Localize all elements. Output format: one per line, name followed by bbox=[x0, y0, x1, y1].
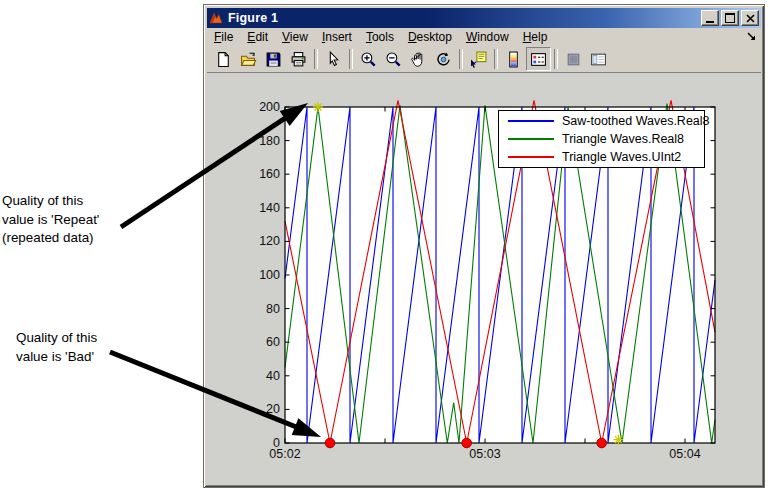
show-plot-tools-button[interactable] bbox=[586, 47, 611, 71]
svg-text:60: 60 bbox=[266, 335, 280, 349]
menu-item-help[interactable]: Help bbox=[516, 28, 555, 46]
data-cursor-button[interactable] bbox=[466, 47, 491, 71]
zoom-in-icon bbox=[360, 51, 377, 68]
open-folder-icon bbox=[240, 51, 257, 68]
edit-plot-button[interactable] bbox=[321, 47, 346, 71]
figure-canvas: 05:0205:0305:040204060801001201401601802… bbox=[207, 73, 761, 484]
save-figure-button[interactable] bbox=[261, 47, 286, 71]
zoom-out-button[interactable] bbox=[381, 47, 406, 71]
menu-item-view[interactable]: View bbox=[275, 28, 315, 46]
svg-text:180: 180 bbox=[259, 134, 280, 148]
legend[interactable]: Saw-toothed Waves.Real8Triangle Waves.Re… bbox=[498, 110, 705, 168]
hide-plot-tools-icon bbox=[565, 51, 582, 68]
toolbar bbox=[207, 46, 761, 73]
menu-item-tools[interactable]: Tools bbox=[359, 28, 401, 46]
save-floppy-icon bbox=[265, 51, 282, 68]
pan-button[interactable] bbox=[406, 47, 431, 71]
hide-plot-tools-button[interactable] bbox=[561, 47, 586, 71]
legend-icon bbox=[530, 51, 547, 68]
legend-label: Triangle Waves.Real8 bbox=[562, 132, 684, 146]
legend-label: Triangle Waves.UInt2 bbox=[562, 150, 681, 164]
svg-text:100: 100 bbox=[259, 268, 280, 282]
close-icon bbox=[745, 13, 756, 24]
menu-item-edit[interactable]: Edit bbox=[240, 28, 275, 46]
maximize-button[interactable] bbox=[721, 10, 739, 26]
rotate-3d-icon bbox=[435, 51, 452, 68]
annotation-repeat-note: Quality of thisvalue is 'Repeat'(repeate… bbox=[2, 192, 122, 248]
note-line: Quality of this bbox=[16, 329, 116, 348]
print-figure-button[interactable] bbox=[286, 47, 311, 71]
svg-text:20: 20 bbox=[266, 402, 280, 416]
colorbar-icon bbox=[505, 51, 522, 68]
svg-text:05:04: 05:04 bbox=[669, 447, 700, 461]
pan-hand-icon bbox=[410, 51, 427, 68]
new-figure-button[interactable] bbox=[211, 47, 236, 71]
note-line: value is 'Repeat' bbox=[2, 211, 122, 230]
figure-window: Figure 1 FileEditViewInsertToolsDesktopW… bbox=[203, 4, 765, 488]
insert-legend-button[interactable] bbox=[526, 47, 551, 71]
zoom-out-icon bbox=[385, 51, 402, 68]
printer-icon bbox=[290, 51, 307, 68]
close-button[interactable] bbox=[741, 10, 759, 26]
open-file-button[interactable] bbox=[236, 47, 261, 71]
insert-colorbar-button[interactable] bbox=[501, 47, 526, 71]
legend-line-sample bbox=[508, 120, 554, 122]
menu-item-desktop[interactable]: Desktop bbox=[401, 28, 459, 46]
rotate-3d-button[interactable] bbox=[431, 47, 456, 71]
minimize-button[interactable] bbox=[701, 10, 719, 26]
matlab-icon bbox=[209, 10, 225, 26]
svg-text:40: 40 bbox=[266, 369, 280, 383]
menu-item-window[interactable]: Window bbox=[459, 28, 516, 46]
title-bar[interactable]: Figure 1 bbox=[207, 8, 761, 28]
window-title: Figure 1 bbox=[228, 11, 278, 25]
toolbar-separator bbox=[554, 49, 558, 69]
data-cursor-icon bbox=[470, 51, 487, 68]
plot-tools-icon bbox=[590, 51, 607, 68]
svg-text:160: 160 bbox=[259, 167, 280, 181]
menu-item-file[interactable]: File bbox=[207, 28, 240, 46]
toolbar-separator bbox=[494, 49, 498, 69]
toolbar-separator bbox=[459, 49, 463, 69]
annotation-bad-note: Quality of thisvalue is 'Bad' bbox=[16, 329, 116, 366]
svg-text:80: 80 bbox=[266, 302, 280, 316]
menu-item-insert[interactable]: Insert bbox=[315, 28, 359, 46]
new-document-icon bbox=[215, 51, 232, 68]
toolbar-separator bbox=[314, 49, 318, 69]
svg-text:120: 120 bbox=[259, 234, 280, 248]
note-line: (repeated data) bbox=[2, 229, 122, 248]
svg-text:0: 0 bbox=[273, 436, 280, 450]
legend-line-sample bbox=[508, 138, 554, 140]
arrow-cursor-icon bbox=[325, 51, 342, 68]
screenshot-root: Quality of thisvalue is 'Repeat'(repeate… bbox=[0, 0, 770, 493]
note-line: Quality of this bbox=[2, 192, 122, 211]
legend-line-sample bbox=[508, 156, 554, 158]
legend-label: Saw-toothed Waves.Real8 bbox=[562, 114, 710, 128]
menu-bar: FileEditViewInsertToolsDesktopWindowHelp bbox=[207, 28, 761, 46]
legend-entry[interactable]: Saw-toothed Waves.Real8 bbox=[499, 112, 704, 130]
dock-figure-icon[interactable] bbox=[746, 31, 758, 43]
legend-entry[interactable]: Triangle Waves.Real8 bbox=[499, 130, 704, 148]
svg-text:05:03: 05:03 bbox=[469, 447, 500, 461]
note-line: value is 'Bad' bbox=[16, 348, 116, 367]
toolbar-separator bbox=[349, 49, 353, 69]
zoom-in-button[interactable] bbox=[356, 47, 381, 71]
svg-text:200: 200 bbox=[259, 100, 280, 114]
legend-entry[interactable]: Triangle Waves.UInt2 bbox=[499, 148, 704, 166]
svg-text:140: 140 bbox=[259, 201, 280, 215]
